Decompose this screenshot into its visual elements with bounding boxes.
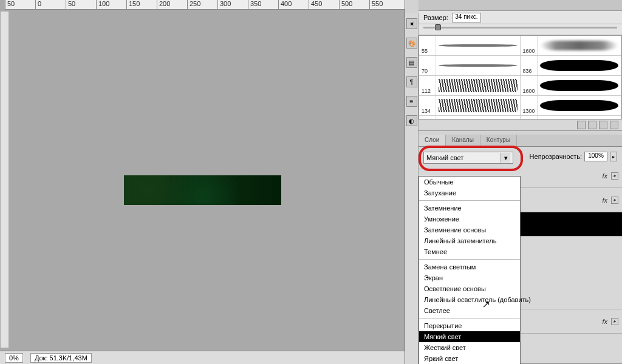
fx-toggle[interactable]: ▸ bbox=[611, 172, 618, 180]
blend-mode-option[interactable]: Затухание bbox=[419, 187, 520, 198]
panels-column: ✷ 🎨 ▤ ¶ ≡ ◐ Размер: 34 пикс. 55160070836… bbox=[405, 0, 622, 364]
opacity-input[interactable]: 100% bbox=[584, 152, 607, 161]
layer-row[interactable] bbox=[521, 237, 622, 309]
layer-row[interactable]: fx ▸ bbox=[521, 309, 622, 334]
canvas-background[interactable] bbox=[5, 11, 400, 348]
blend-mode-option[interactable]: Темнее bbox=[419, 246, 520, 257]
opacity-row: Непрозрачность: 100% ▸ bbox=[530, 152, 617, 161]
blend-mode-dropdown[interactable]: ОбычныеЗатуханиеЗатемнениеУмножениеЗатем… bbox=[419, 176, 521, 364]
status-bar: 0% Док: 51,3K/1,43M bbox=[0, 351, 405, 364]
opacity-flyout-button[interactable]: ▸ bbox=[610, 152, 617, 161]
document-canvas[interactable] bbox=[124, 175, 281, 205]
size-label: Размер: bbox=[423, 14, 448, 21]
dock-icon[interactable]: ◐ bbox=[406, 115, 417, 126]
blend-mode-option[interactable]: Мягкий свет bbox=[419, 331, 520, 342]
brushes-footer bbox=[419, 120, 622, 130]
layers-tabs: СлоиКаналыКонтуры bbox=[419, 135, 622, 147]
dock-icon[interactable]: ✷ bbox=[406, 18, 417, 29]
blend-mode-option[interactable]: Линейный осветлитель (добавить) bbox=[419, 294, 520, 305]
fx-indicator[interactable]: fx bbox=[602, 318, 607, 325]
blend-mode-select[interactable]: Мягкий свет ▾ bbox=[423, 152, 513, 164]
blend-mode-option[interactable]: Перекрытие bbox=[419, 320, 520, 331]
blend-mode-option[interactable]: Яркий свет bbox=[419, 353, 520, 364]
zoom-readout[interactable]: 0% bbox=[5, 353, 23, 363]
layers-panel: СлоиКаналыКонтуры Мягкий свет ▾ Непрозра… bbox=[419, 135, 622, 364]
brushes-panel-tabs bbox=[419, 0, 622, 11]
brush-size-slider[interactable] bbox=[419, 24, 622, 34]
fx-indicator[interactable]: fx bbox=[602, 197, 607, 204]
blend-mode-option[interactable]: Затемнение основы bbox=[419, 224, 520, 235]
dock-icon[interactable]: 🎨 bbox=[406, 38, 417, 49]
brush-presets-grid[interactable]: 551600708361121600134130074 bbox=[419, 35, 622, 120]
chevron-down-icon[interactable]: ▾ bbox=[501, 153, 510, 163]
blend-mode-option[interactable]: Замена светлым bbox=[419, 261, 520, 272]
blend-mode-value: Мягкий свет bbox=[426, 154, 463, 161]
blend-mode-option[interactable]: Затемнение bbox=[419, 203, 520, 214]
fx-toggle[interactable]: ▸ bbox=[611, 318, 618, 325]
fx-toggle[interactable]: ▸ bbox=[611, 197, 618, 204]
slider-thumb[interactable] bbox=[435, 24, 441, 30]
blend-mode-option[interactable]: Линейный затемнитель bbox=[419, 235, 520, 246]
dock-icon[interactable]: ▤ bbox=[406, 57, 417, 68]
canvas-workspace: 50050100150200250300350400450500550 0% Д… bbox=[0, 0, 405, 364]
layers-tab[interactable]: Каналы bbox=[446, 135, 480, 146]
blend-mode-option[interactable]: Экран bbox=[419, 272, 520, 283]
layer-row[interactable]: fx ▸ bbox=[521, 188, 622, 212]
layer-list[interactable]: fx ▸ fx ▸ fx ▸ bbox=[521, 164, 622, 363]
layers-tab[interactable]: Слои bbox=[419, 135, 446, 146]
ruler-horizontal: 50050100150200250300350400450500550 bbox=[5, 0, 405, 10]
footer-icon[interactable] bbox=[588, 121, 596, 129]
footer-icon[interactable] bbox=[599, 121, 607, 129]
scrollbar-vertical[interactable] bbox=[0, 11, 9, 348]
layers-tab[interactable]: Контуры bbox=[480, 135, 517, 146]
dock-icon[interactable]: ≡ bbox=[406, 96, 417, 107]
blend-mode-option[interactable]: Светлее bbox=[419, 305, 520, 316]
footer-icon[interactable] bbox=[577, 121, 586, 129]
opacity-label: Непрозрачность: bbox=[530, 153, 582, 160]
blend-mode-option[interactable]: Осветление основы bbox=[419, 283, 520, 294]
footer-icon[interactable] bbox=[610, 121, 618, 129]
blend-mode-option[interactable]: Умножение bbox=[419, 214, 520, 224]
brushes-panel: Размер: 34 пикс. 55160070836112160013413… bbox=[419, 0, 622, 131]
brush-size-input[interactable]: 34 пикс. bbox=[452, 13, 481, 22]
doc-size-readout: Док: 51,3K/1,43M bbox=[30, 353, 92, 363]
panel-dock-strip: ✷ 🎨 ▤ ¶ ≡ ◐ bbox=[405, 13, 419, 364]
fx-indicator[interactable]: fx bbox=[602, 172, 607, 180]
layer-row[interactable] bbox=[521, 212, 622, 237]
blend-mode-option[interactable]: Жесткий свет bbox=[419, 342, 520, 353]
layer-row[interactable]: fx ▸ bbox=[521, 164, 622, 188]
dock-icon[interactable]: ¶ bbox=[406, 76, 417, 87]
brush-size-row: Размер: 34 пикс. bbox=[419, 11, 622, 24]
blend-mode-option[interactable]: Обычные bbox=[419, 177, 520, 187]
